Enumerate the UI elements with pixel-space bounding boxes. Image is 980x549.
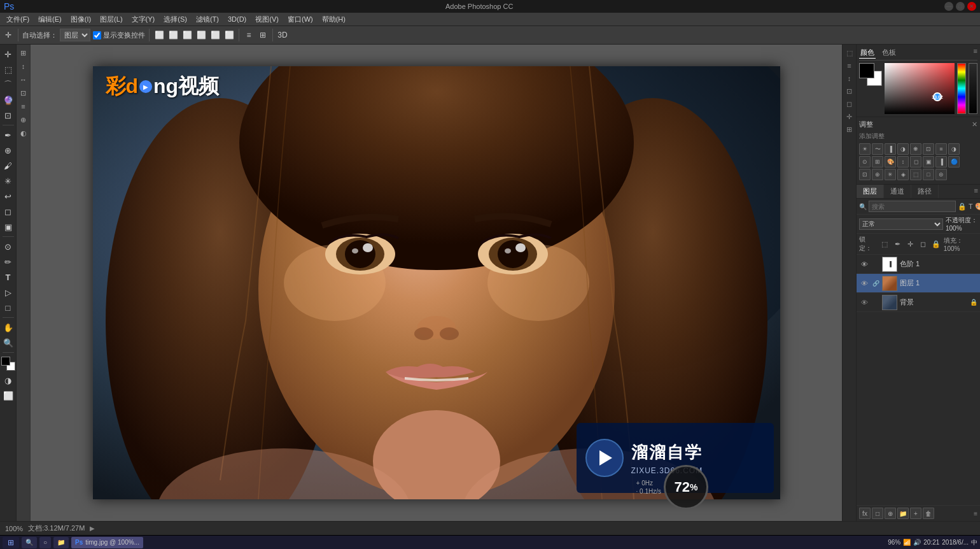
foreground-color-swatch[interactable] [1, 357, 10, 366]
status-nav-arrow[interactable]: ▶ [90, 525, 95, 532]
tab-swatches[interactable]: 色板 [881, 47, 897, 59]
transform-label[interactable]: 显示变换控件 [93, 31, 145, 40]
adj-extra1[interactable]: ⊡ [859, 169, 871, 180]
menu-help[interactable]: 帮助(H) [318, 13, 349, 25]
blend-mode-select[interactable]: 正常 溶解 正片叠底 [859, 218, 943, 230]
layer-delete-button[interactable]: 🗑 [923, 508, 934, 519]
tab-layers[interactable]: 图层 [857, 185, 884, 198]
layer-item[interactable]: 👁 🔗 图层 1 [857, 274, 980, 293]
taskbar-fileexplorer[interactable]: 📁 [53, 537, 69, 548]
taskbar-taskview[interactable]: ○ [39, 537, 51, 548]
tool-zoom[interactable]: 🔍 [1, 336, 15, 350]
layer-mask-button[interactable]: □ [872, 508, 883, 519]
adjustments-close[interactable]: ✕ [972, 120, 977, 129]
distribute-icon[interactable]: ≡ [243, 29, 255, 41]
adj-color-balance[interactable]: ≡ [935, 143, 947, 155]
mini-btn-1[interactable]: ⊞ [18, 47, 29, 59]
screen-mode[interactable]: ⬜ [1, 389, 15, 403]
align-center-h-icon[interactable]: ⬜ [167, 29, 179, 41]
adj-bw[interactable]: ◑ [948, 143, 960, 155]
close-button[interactable]: ✕ [967, 2, 976, 11]
lock-position-btn[interactable]: ✛ [905, 238, 916, 250]
strip-btn-4[interactable]: ⊡ [844, 85, 855, 97]
adj-selective-color[interactable]: 🔵 [948, 156, 960, 168]
align-left-icon[interactable]: ⬜ [153, 29, 165, 41]
tool-lasso[interactable]: ⌒ [1, 78, 15, 92]
layer-item[interactable]: 👁 背景 🔒 [857, 293, 980, 312]
adj-posterize[interactable]: ◻ [910, 156, 921, 168]
3d-icon[interactable]: 3D [277, 29, 288, 41]
tool-spot-heal[interactable]: ⊕ [1, 143, 15, 157]
minimize-button[interactable]: — [944, 2, 953, 11]
strip-btn-1[interactable]: ⬚ [844, 47, 855, 59]
menu-file[interactable]: 文件(F) [3, 13, 33, 25]
align-center-v-icon[interactable]: ⬜ [209, 29, 221, 41]
menu-3d[interactable]: 3D(D) [224, 14, 250, 24]
mini-btn-3[interactable]: ↔ [18, 74, 29, 85]
adj-photo-filter[interactable]: ⊙ [859, 156, 871, 168]
transform-checkbox[interactable] [93, 31, 101, 39]
tool-eyedropper[interactable]: ✒ [1, 128, 15, 142]
layer-fx-button[interactable]: fx [859, 508, 871, 519]
taskbar-search[interactable]: 🔍 [22, 537, 37, 548]
adj-channel-mix[interactable]: ⊞ [872, 156, 883, 168]
layer-group-button[interactable]: 📁 [897, 508, 909, 519]
layer-visibility-toggle[interactable]: 👁 [859, 259, 869, 269]
color-picker-cursor[interactable]: 33.02 [933, 92, 942, 101]
mini-btn-4[interactable]: ⊡ [18, 87, 29, 99]
layer-lock-btn[interactable]: 🔒 [958, 201, 967, 212]
lock-artboard-btn[interactable]: ◻ [918, 238, 928, 250]
tool-gradient[interactable]: ▣ [1, 220, 15, 234]
tab-paths[interactable]: 路径 [911, 185, 939, 198]
tool-pen[interactable]: ✏ [1, 255, 15, 269]
menu-select[interactable]: 选择(S) [160, 13, 191, 25]
adj-levels[interactable]: ▐ [885, 143, 896, 155]
strip-btn-6[interactable]: ✛ [844, 111, 855, 122]
layer-filter-btn[interactable]: 🎨 [975, 201, 980, 212]
tool-hand[interactable]: ✋ [1, 320, 15, 334]
adj-threshold[interactable]: ▣ [923, 156, 934, 168]
tab-channels[interactable]: 通道 [884, 185, 911, 198]
menu-view[interactable]: 视图(V) [251, 13, 283, 25]
adj-curves[interactable]: 〜 [872, 143, 883, 155]
color-swatches[interactable] [1, 357, 15, 371]
mini-btn-7[interactable]: ◐ [18, 127, 29, 139]
layers-panel-menu[interactable]: ≡ [972, 185, 980, 198]
strip-btn-7[interactable]: ⊞ [844, 124, 855, 135]
tool-marquee[interactable]: ⬚ [1, 62, 15, 76]
mini-btn-5[interactable]: ≡ [18, 101, 29, 112]
layer-type-btn[interactable]: T [969, 201, 973, 212]
taskbar-photoshop[interactable]: Ps timg.jpg @ 100%... [71, 537, 143, 548]
align-right-icon[interactable]: ⬜ [181, 29, 193, 41]
tool-history-brush[interactable]: ↩ [1, 189, 15, 203]
adj-extra3[interactable]: ✳ [885, 169, 896, 180]
adj-extra7[interactable]: ⊜ [935, 169, 947, 180]
adj-hsl[interactable]: ⊡ [923, 143, 934, 155]
layer-adjustment-button[interactable]: ⊕ [885, 508, 896, 519]
adj-gradient-map[interactable]: ▐ [935, 156, 947, 168]
mini-btn-6[interactable]: ⊕ [18, 114, 29, 125]
menu-image[interactable]: 图像(I) [67, 13, 95, 25]
window-controls[interactable]: — □ ✕ [944, 2, 976, 11]
tool-move[interactable]: ✛ [1, 47, 15, 61]
windows-start-button[interactable]: ⊞ [3, 537, 19, 548]
menu-edit[interactable]: 编辑(E) [34, 13, 66, 25]
align-bottom-icon[interactable]: ⬜ [223, 29, 235, 41]
tool-quick-select[interactable]: 🔮 [1, 93, 15, 107]
tool-brush[interactable]: 🖌 [1, 159, 15, 173]
menu-type[interactable]: 文字(Y) [128, 13, 159, 25]
layer-new-button[interactable]: + [910, 508, 921, 519]
menu-filter[interactable]: 滤镜(T) [192, 13, 223, 25]
color-gradient[interactable]: 33.02 [885, 63, 955, 114]
auto-align-icon[interactable]: ⊞ [257, 29, 269, 41]
auto-select-dropdown[interactable]: 图层 组 [60, 29, 90, 41]
adj-brightness[interactable]: ☀ [859, 143, 871, 155]
adj-extra4[interactable]: ◈ [897, 169, 909, 180]
layer-visibility-toggle[interactable]: 👁 [859, 297, 869, 308]
layers-search-input[interactable] [869, 201, 956, 212]
menu-window[interactable]: 窗口(W) [284, 13, 317, 25]
adj-extra6[interactable]: □ [923, 169, 934, 180]
alpha-bar[interactable] [969, 63, 977, 114]
align-top-icon[interactable]: ⬜ [195, 29, 207, 41]
adj-extra5[interactable]: ⬚ [910, 169, 921, 180]
